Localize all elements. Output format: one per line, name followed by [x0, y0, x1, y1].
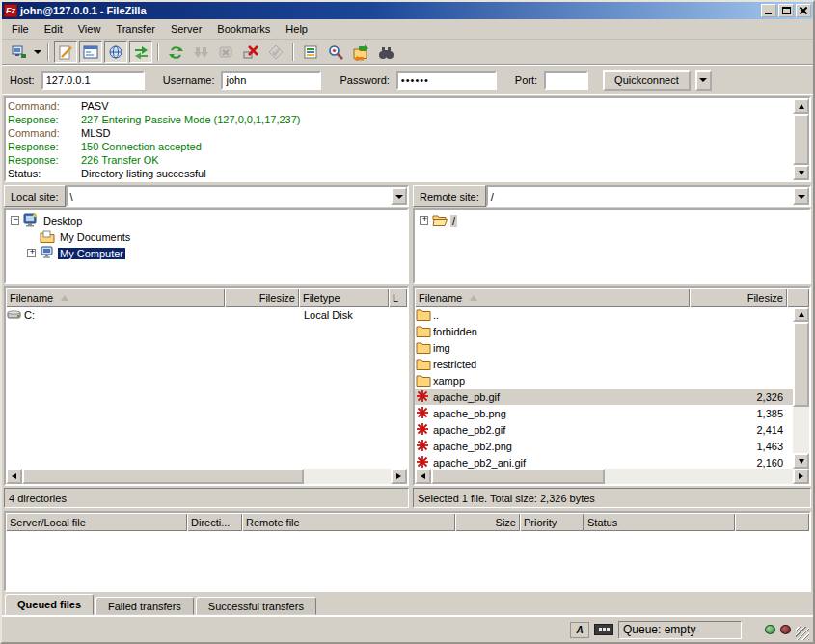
toggle-transfer-queue-button[interactable] — [129, 41, 152, 63]
menu-view[interactable]: View — [70, 21, 109, 37]
sort-ascending-icon — [61, 295, 68, 301]
tab-failed-transfers[interactable]: Failed transfers — [95, 597, 194, 615]
column-filetype[interactable]: Filetype — [299, 288, 389, 307]
scroll-right-button[interactable] — [793, 469, 809, 484]
remote-file-row[interactable]: apache_pb2_ani.gif2,160 — [415, 454, 793, 469]
menu-file[interactable]: File — [4, 21, 37, 37]
quickconnect-button[interactable]: Quickconnect — [603, 70, 691, 91]
desktop-icon — [23, 213, 40, 228]
toggle-local-tree-button[interactable] — [79, 41, 102, 63]
local-file-row[interactable]: C: Local Disk — [6, 307, 407, 323]
transfer-type-icon[interactable]: A — [570, 622, 589, 638]
log-line: Status:Directory listing successful — [8, 167, 791, 180]
cancel-icon — [218, 44, 234, 61]
toggle-remote-tree-button[interactable] — [104, 41, 127, 63]
tree-item-my-documents[interactable]: My Documents — [7, 228, 406, 245]
scroll-left-button[interactable] — [415, 469, 431, 484]
tree-item-desktop[interactable]: Desktop — [7, 212, 406, 228]
menu-edit[interactable]: Edit — [37, 21, 70, 37]
column-size[interactable]: Size — [455, 513, 520, 531]
host-input[interactable] — [41, 71, 145, 90]
remote-vertical-scrollbar[interactable] — [793, 307, 809, 469]
compare-icon — [328, 44, 344, 61]
abort-button[interactable] — [264, 41, 287, 63]
quickconnect-dropdown[interactable] — [695, 70, 712, 91]
combo-dropdown-button[interactable] — [391, 187, 407, 205]
remote-site-row: Remote site: / — [413, 185, 811, 207]
scroll-up-button[interactable] — [793, 98, 809, 114]
remote-file-row[interactable]: .. — [415, 307, 793, 323]
combo-dropdown-button[interactable] — [793, 187, 809, 205]
toolbar — [2, 40, 813, 66]
tab-successful-transfers[interactable]: Successful transfers — [196, 597, 316, 615]
column-server-local-file[interactable]: Server/Local file — [6, 513, 187, 531]
refresh-button[interactable] — [164, 41, 187, 63]
column-remote-file[interactable]: Remote file — [242, 513, 455, 531]
compare-directories-button[interactable] — [324, 41, 347, 63]
column-filename[interactable]: Filename — [415, 288, 690, 307]
menu-help[interactable]: Help — [278, 21, 315, 37]
speed-limit-icon[interactable] — [594, 624, 613, 635]
scroll-thumb[interactable] — [793, 322, 809, 407]
remote-site-combobox[interactable]: / — [486, 185, 811, 207]
minimize-button[interactable] — [761, 4, 776, 17]
remote-file-row[interactable]: xampp — [415, 372, 793, 389]
column-last-modified[interactable]: L — [389, 288, 407, 307]
scroll-thumb[interactable] — [431, 469, 605, 484]
remote-file-row-selected[interactable]: apache_pb.gif2,326 — [415, 389, 793, 405]
local-site-combobox[interactable]: \ — [66, 185, 409, 207]
remote-file-row[interactable]: forbidden — [415, 323, 793, 339]
scroll-left-button[interactable] — [6, 469, 22, 484]
local-pane: Local site: \ Desktop My Documents — [4, 185, 409, 508]
column-filename[interactable]: Filename — [6, 288, 225, 307]
resize-grip-icon[interactable] — [796, 627, 809, 640]
port-input[interactable] — [544, 71, 588, 90]
column-direction[interactable]: Directi... — [187, 513, 242, 531]
remote-file-row[interactable]: restricted — [415, 356, 793, 372]
remote-file-row[interactable]: img — [415, 339, 793, 356]
folder-icon — [416, 308, 433, 322]
filter-button[interactable] — [299, 41, 322, 63]
cancel-operation-button[interactable] — [214, 41, 237, 63]
site-manager-dropdown[interactable] — [31, 41, 43, 63]
remote-file-row[interactable]: apache_pb2.gif2,414 — [415, 421, 793, 438]
column-status[interactable]: Status — [584, 513, 735, 531]
find-files-button[interactable] — [374, 41, 397, 63]
toggle-message-log-button[interactable] — [54, 41, 77, 63]
remote-file-row[interactable]: apache_pb2.png1,463 — [415, 438, 793, 454]
site-manager-button[interactable] — [7, 41, 30, 63]
synchronized-browsing-button[interactable] — [349, 41, 372, 63]
remote-file-row[interactable]: apache_pb.png1,385 — [415, 405, 793, 421]
scroll-up-button[interactable] — [793, 307, 809, 322]
remote-horizontal-scrollbar[interactable] — [415, 469, 809, 484]
column-filesize[interactable]: Filesize — [225, 288, 299, 307]
collapse-icon[interactable] — [11, 216, 19, 225]
scroll-down-button[interactable] — [793, 165, 809, 180]
scroll-thumb[interactable] — [793, 114, 809, 165]
column-filesize[interactable]: Filesize — [690, 288, 787, 307]
maximize-button[interactable] — [778, 4, 794, 17]
message-log: Command:PASV Response:227 Entering Passi… — [4, 96, 811, 182]
process-queue-button[interactable] — [189, 41, 212, 63]
menu-bookmarks[interactable]: Bookmarks — [209, 21, 278, 37]
menu-transfer[interactable]: Transfer — [108, 21, 163, 37]
expand-icon[interactable] — [420, 216, 428, 225]
close-button[interactable] — [796, 4, 811, 17]
username-input[interactable] — [221, 71, 321, 90]
expand-icon[interactable] — [27, 249, 36, 257]
tree-item-root[interactable]: / — [416, 212, 808, 228]
remote-pane: Remote site: / / Filename Filesize — [413, 185, 811, 508]
log-scrollbar[interactable] — [793, 98, 809, 180]
menu-server[interactable]: Server — [163, 21, 209, 37]
scroll-down-button[interactable] — [793, 453, 809, 469]
scroll-thumb[interactable] — [22, 469, 304, 484]
local-horizontal-scrollbar[interactable] — [6, 469, 407, 484]
remote-status-bar: Selected 1 file. Total size: 2,326 bytes — [413, 488, 811, 508]
tree-item-my-computer[interactable]: My Computer — [7, 245, 406, 261]
folder-icon — [416, 340, 433, 355]
password-input[interactable] — [396, 71, 497, 90]
tab-queued-files[interactable]: Queued files — [5, 594, 94, 615]
scroll-right-button[interactable] — [391, 469, 407, 484]
disconnect-button[interactable] — [239, 41, 262, 63]
column-priority[interactable]: Priority — [520, 513, 584, 531]
